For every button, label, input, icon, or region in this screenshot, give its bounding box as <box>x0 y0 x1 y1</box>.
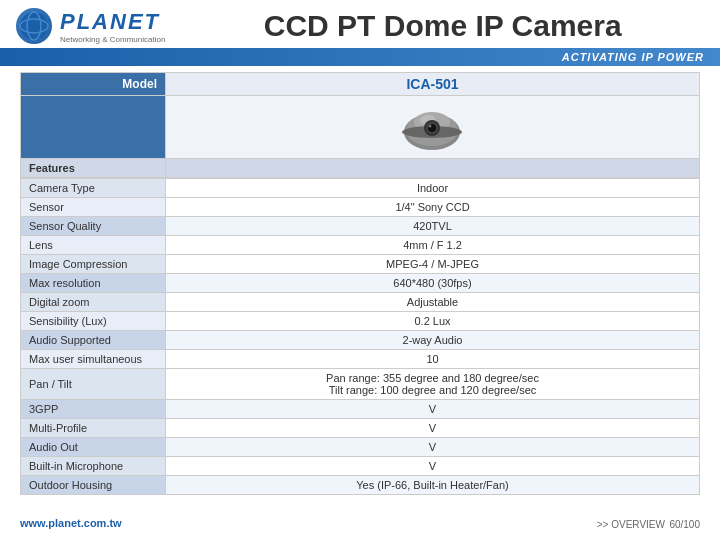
page: PLANET Networking & Communication CCD PT… <box>0 0 720 540</box>
table-row: Built-in MicrophoneV <box>21 457 700 476</box>
logo-area: PLANET Networking & Communication <box>16 8 165 44</box>
model-row: Model ICA-501 <box>21 73 700 96</box>
logo-text-block: PLANET Networking & Communication <box>60 9 165 44</box>
table-row: Max resolution640*480 (30fps) <box>21 274 700 293</box>
spec-label: Sensor <box>21 198 166 217</box>
table-row: Image CompressionMPEG-4 / M-JPEG <box>21 255 700 274</box>
spec-value: Yes (IP-66, Built-in Heater/Fan) <box>166 476 700 495</box>
spec-label: Digital zoom <box>21 293 166 312</box>
spec-label: Outdoor Housing <box>21 476 166 495</box>
features-row: Features <box>21 159 700 178</box>
table-row: Audio Supported2-way Audio <box>21 331 700 350</box>
planet-logo-icon <box>16 8 52 44</box>
footer-nav-area: >> OVERVIEW 60/100 <box>597 514 700 532</box>
specs-detail-table: Camera TypeIndoorSensor1/4" Sony CCDSens… <box>20 178 700 495</box>
features-value-empty <box>166 159 700 178</box>
spec-value: Pan range: 355 degree and 180 degree/sec… <box>166 369 700 400</box>
camera-dome-icon <box>400 100 465 152</box>
spec-label: Audio Supported <box>21 331 166 350</box>
footer: www.planet.com.tw >> OVERVIEW 60/100 <box>20 514 700 532</box>
spec-value: 640*480 (30fps) <box>166 274 700 293</box>
table-row: Outdoor HousingYes (IP-66, Built-in Heat… <box>21 476 700 495</box>
table-container: Model ICA-501 <box>20 72 700 495</box>
logo-name: PLANET <box>60 9 165 35</box>
spec-label: Sensibility (Lux) <box>21 312 166 331</box>
image-label-cell <box>21 96 166 159</box>
svg-point-11 <box>429 125 432 128</box>
spec-label: Audio Out <box>21 438 166 457</box>
logo-tagline: Networking & Communication <box>60 35 165 44</box>
model-label: Model <box>21 73 166 96</box>
spec-label: Sensor Quality <box>21 217 166 236</box>
spec-value: 420TVL <box>166 217 700 236</box>
table-row: Camera TypeIndoor <box>21 179 700 198</box>
table-row: Sensibility (Lux)0.2 Lux <box>21 312 700 331</box>
table-row: Max user simultaneous10 <box>21 350 700 369</box>
footer-page: 60/100 <box>669 519 700 530</box>
table-row: Sensor1/4" Sony CCD <box>21 198 700 217</box>
spec-label: Pan / Tilt <box>21 369 166 400</box>
product-image-cell <box>166 96 700 159</box>
features-label: Features <box>21 159 166 178</box>
spec-value: 2-way Audio <box>166 331 700 350</box>
table-row: Sensor Quality420TVL <box>21 217 700 236</box>
spec-value: MPEG-4 / M-JPEG <box>166 255 700 274</box>
spec-value: V <box>166 400 700 419</box>
table-row: Pan / TiltPan range: 355 degree and 180 … <box>21 369 700 400</box>
spec-label: Camera Type <box>21 179 166 198</box>
spec-value: 10 <box>166 350 700 369</box>
spec-label: Max resolution <box>21 274 166 293</box>
svg-point-0 <box>20 12 48 40</box>
model-value: ICA-501 <box>166 73 700 96</box>
specs-table: Model ICA-501 <box>20 72 700 178</box>
spec-value: V <box>166 438 700 457</box>
spec-label: Built-in Microphone <box>21 457 166 476</box>
spec-value: 1/4" Sony CCD <box>166 198 700 217</box>
spec-label: Lens <box>21 236 166 255</box>
spec-value: 4mm / F 1.2 <box>166 236 700 255</box>
table-row: Audio OutV <box>21 438 700 457</box>
spec-label: Multi-Profile <box>21 419 166 438</box>
table-row: Digital zoomAdjustable <box>21 293 700 312</box>
footer-website: www.planet.com.tw <box>20 517 122 529</box>
activating-banner: Activating IP Power <box>0 48 720 66</box>
spec-value: V <box>166 419 700 438</box>
spec-value: Adjustable <box>166 293 700 312</box>
page-title: CCD PT Dome IP Camera <box>165 9 700 43</box>
spec-label: 3GPP <box>21 400 166 419</box>
header: PLANET Networking & Communication CCD PT… <box>0 0 720 48</box>
footer-nav: >> OVERVIEW <box>597 519 665 530</box>
spec-value: V <box>166 457 700 476</box>
table-row: Lens4mm / F 1.2 <box>21 236 700 255</box>
spec-value: Indoor <box>166 179 700 198</box>
spec-value: 0.2 Lux <box>166 312 700 331</box>
spec-label: Image Compression <box>21 255 166 274</box>
spec-label: Max user simultaneous <box>21 350 166 369</box>
table-row: 3GPPV <box>21 400 700 419</box>
table-row: Multi-ProfileV <box>21 419 700 438</box>
image-row <box>21 96 700 159</box>
